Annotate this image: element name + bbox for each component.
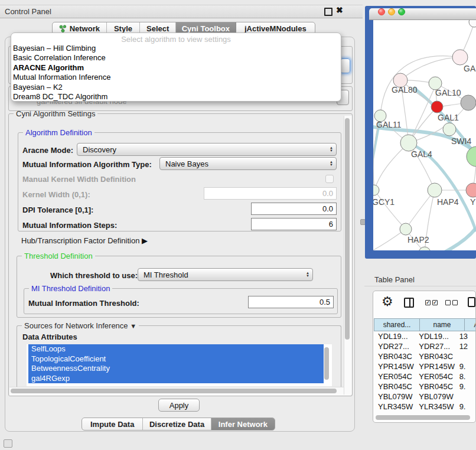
node-label: GCY1 (373, 197, 395, 207)
select-all-checkboxes-icon[interactable]: ✓✓ (425, 300, 438, 305)
algorithm-definition-title: Algorithm Definition (23, 128, 94, 137)
list-scrollbar-thumb[interactable] (324, 347, 329, 380)
data-attribute-item[interactable]: BetweennessCentrality (28, 364, 324, 374)
network-view-window[interactable]: GALGAL80GAL10GAL1GAL11SWI4GAL4GCY1HAP4YH… (365, 6, 476, 259)
table-cell: YBR043C (374, 351, 415, 361)
algorithm-option-list: Bayesian – Hill ClimbingBasic Correlatio… (11, 44, 341, 102)
hub-definition-label: Hub/Transcription Factor Definition (21, 236, 139, 245)
settings-vscrollbar-thumb[interactable] (345, 118, 350, 340)
tab-label: Network (70, 24, 100, 33)
table-row[interactable]: YLR345WYLR345W9. (374, 402, 476, 412)
manual-kernel-width-checkbox[interactable] (325, 175, 334, 183)
settings-hscrollbar-thumb[interactable] (11, 389, 337, 393)
table-row[interactable]: YPR145WYPR145W9. (374, 361, 476, 371)
network-node-gal4[interactable] (400, 135, 417, 151)
network-node-hap4[interactable] (428, 183, 442, 197)
kernel-width-field[interactable]: 0.0 (204, 187, 337, 200)
table-cell: YIL052C (415, 412, 455, 414)
algorithm-combobox-fragment[interactable] (340, 58, 350, 73)
dpi-tolerance-field[interactable]: 0.0 (251, 203, 337, 215)
mi-algorithm-type-select[interactable]: Naive Bayes ▲▼ (159, 157, 337, 170)
bottom-tab-infer-network[interactable]: Infer Network (211, 418, 275, 430)
dpi-tolerance-label: DPI Tolerance [0,1]: (22, 206, 93, 214)
mi-threshold-field[interactable]: 0.5 (248, 296, 334, 308)
table-row[interactable]: YBR045CYBR045C9. (374, 381, 476, 392)
tab-label: Style (114, 24, 132, 33)
manual-kernel-width-label: Manual Kernel Width Definition (22, 175, 136, 184)
apply-button[interactable]: Apply (158, 399, 200, 412)
zoom-traffic-light[interactable] (398, 8, 405, 15)
split-columns-icon[interactable] (404, 298, 414, 308)
network-node[interactable] (469, 20, 476, 27)
table-cell: YER054C (415, 371, 455, 381)
table-cell: YDL19... (415, 331, 455, 341)
network-node-gal[interactable] (452, 50, 468, 65)
table-cell: YBL079W (415, 392, 455, 402)
aracne-mode-select[interactable]: Discovery ▲▼ (77, 143, 337, 156)
table-row[interactable]: YBR043CYBR043C (374, 351, 476, 361)
table-cell: YDR27... (415, 341, 455, 351)
network-node[interactable] (467, 146, 476, 167)
file-icon[interactable] (468, 297, 475, 307)
expanded-arrow-icon[interactable]: ▼ (130, 322, 136, 330)
table-cell: YBR045C (374, 381, 415, 392)
algorithm-option[interactable]: Mutual Information Inference (11, 73, 341, 82)
network-edge[interactable] (374, 143, 409, 190)
which-threshold-value: MI Threshold (144, 270, 188, 279)
node-label: GAL10 (435, 88, 461, 97)
which-threshold-select[interactable]: MI Threshold ▲▼ (138, 268, 313, 281)
close-panel-icon[interactable]: ✖ (336, 5, 343, 15)
table-row[interactable]: YER054CYER054C8. (374, 371, 476, 381)
network-window-titlebar[interactable] (369, 8, 476, 20)
control-panel-title: Control Panel (5, 7, 51, 16)
close-traffic-light[interactable] (378, 8, 385, 15)
bottom-tab-impute-data[interactable]: Impute Data (82, 418, 143, 430)
table-row[interactable]: YIL052CYIL052C9. (374, 412, 476, 414)
network-node-gal1[interactable] (431, 101, 443, 113)
network-edge[interactable] (400, 57, 460, 80)
algorithm-option[interactable]: Dream8 DC_TDC Algorithm (11, 92, 341, 102)
network-node-hap2[interactable] (400, 223, 412, 235)
table-cell: 9. (455, 412, 476, 414)
network-graph[interactable]: GALGAL80GAL10GAL1GAL11SWI4GAL4GCY1HAP4YH… (373, 20, 476, 250)
algorithm-option[interactable]: ARACNE Algorithm (11, 63, 341, 73)
algorithm-option[interactable]: Basic Correlation Inference (11, 53, 341, 63)
network-canvas[interactable]: GALGAL80GAL10GAL1GAL11SWI4GAL4GCY1HAP4YH… (373, 20, 476, 250)
minimized-panel-icon[interactable] (4, 439, 12, 448)
float-panel-icon[interactable] (324, 8, 332, 16)
data-attributes-list[interactable]: SelfLoopsTopologicalCoefficientBetweenne… (27, 344, 332, 386)
table-row[interactable]: YDR27...YDR27...12 (374, 341, 476, 351)
data-attribute-item[interactable]: SelfLoops (28, 344, 324, 354)
column-header-name[interactable]: name (419, 318, 464, 331)
network-node-gcy1[interactable] (373, 185, 379, 195)
table-row[interactable]: YDL19...YDL19...13 (374, 331, 476, 341)
table-cell: 12 (455, 341, 476, 351)
network-node-y[interactable] (466, 183, 476, 197)
mi-steps-field[interactable]: 6 (251, 218, 337, 230)
table-hscrollbar-thumb[interactable] (376, 415, 470, 420)
dropdown-placeholder: Select algorithm to view settings (11, 33, 341, 44)
data-attribute-item[interactable]: gal4RGexp (28, 374, 324, 384)
node-label: GAL4 (411, 149, 432, 159)
data-attribute-item[interactable]: TopologicalCoefficient (28, 354, 324, 364)
algorithm-option[interactable]: Bayesian – K2 (11, 83, 341, 92)
network-node-swi4[interactable] (443, 123, 456, 136)
hub-definition-toggle[interactable]: Hub/Transcription Factor Definition ▶ (21, 236, 148, 245)
table-cell: 9. (455, 381, 476, 392)
table-panel-card: ⚙ ✓✓ shared...nameA YDL19...YDL19...13YD… (373, 291, 476, 423)
deselect-all-checkboxes-icon[interactable] (445, 300, 458, 305)
table-cell: 9. (455, 361, 476, 371)
threshold-definition-title: Threshold Definition (22, 252, 95, 260)
network-edge[interactable] (374, 190, 406, 229)
tab-label: Discretize Data (149, 420, 204, 429)
algorithm-option[interactable]: Bayesian – Hill Climbing (11, 44, 341, 53)
minimize-traffic-light[interactable] (388, 8, 395, 15)
table-cell: 8. (455, 371, 476, 381)
network-node[interactable] (461, 95, 476, 110)
table-row[interactable]: YBL079WYBL079W (374, 392, 476, 402)
bottom-tab-discretize-data[interactable]: Discretize Data (143, 418, 211, 430)
column-header-a[interactable]: A (464, 318, 476, 331)
gear-icon[interactable]: ⚙ (382, 294, 393, 309)
column-header-shared[interactable]: shared... (374, 318, 419, 331)
tab-label: Impute Data (90, 420, 134, 429)
